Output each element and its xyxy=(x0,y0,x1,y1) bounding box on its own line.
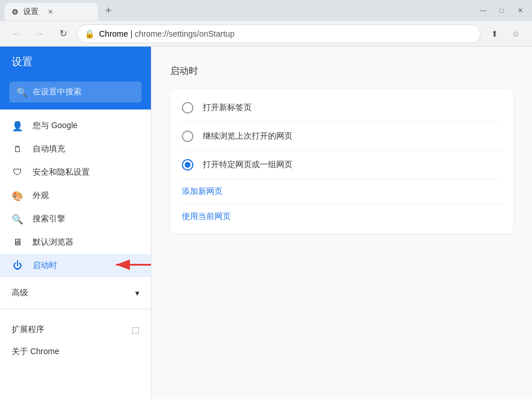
nav-bar: ← → ↻ 🔒 Chrome | chrome://settings/onSta… xyxy=(0,21,532,47)
use-current-link[interactable]: 使用当前网页 xyxy=(182,211,231,221)
external-link-icon: ⬚ xyxy=(132,325,139,334)
content-area: 设置 🔍 在设置中搜索 👤 您与 Google 🗒 自动填充 🛡 xyxy=(0,47,532,399)
radio-continue[interactable]: 继续浏览上次打开的网页 xyxy=(170,122,513,150)
sidebar-item-extensions[interactable]: 扩展程序 ⬚ xyxy=(0,319,151,341)
sidebar-item-startup-label: 启动时 xyxy=(33,260,57,271)
lock-icon: 🔒 xyxy=(84,29,94,38)
sidebar-item-appearance-label: 外观 xyxy=(33,190,49,201)
sidebar-item-autofill-label: 自动填充 xyxy=(33,144,65,154)
sidebar-header: 设置 xyxy=(0,47,151,77)
tab-favicon: ⚙ xyxy=(12,8,19,16)
address-path: chrome://settings/onStartup xyxy=(135,29,234,38)
sidebar-footer: 扩展程序 ⬚ 关于 Chrome xyxy=(0,314,151,368)
settings-content: 启动时 打开新标签页 继续浏览上次打开的网页 打开特定网页或一组网页 xyxy=(152,47,532,399)
title-bar: ⚙ 设置 ✕ + — □ ✕ xyxy=(0,0,532,21)
radio-new-tab[interactable]: 打开新标签页 xyxy=(170,94,513,122)
tab-close-button[interactable]: ✕ xyxy=(45,7,55,16)
sidebar-item-startup[interactable]: ⏻ 启动时 xyxy=(0,254,151,277)
radio-specific[interactable]: 打开特定网页或一组网页 xyxy=(170,151,513,179)
shield-icon: 🛡 xyxy=(12,167,23,178)
sidebar-divider-1 xyxy=(0,309,151,309)
sidebar-item-default-browser[interactable]: 🖥 默认浏览器 xyxy=(0,231,151,254)
radio-circle-specific xyxy=(182,159,193,171)
search-placeholder: 在设置中搜索 xyxy=(33,87,82,97)
sidebar-item-security-label: 安全和隐私设置 xyxy=(33,167,90,178)
advanced-label: 高级 xyxy=(12,288,28,298)
startup-options-card: 打开新标签页 继续浏览上次打开的网页 打开特定网页或一组网页 添加新网页 xyxy=(170,89,513,234)
radio-circle-new-tab xyxy=(182,102,193,114)
sidebar-item-google-label: 您与 Google xyxy=(33,121,77,131)
extensions-label: 扩展程序 xyxy=(12,324,44,335)
power-icon: ⏻ xyxy=(12,260,23,271)
add-page-link[interactable]: 添加新网页 xyxy=(182,186,223,196)
close-window-button[interactable]: ✕ xyxy=(513,3,527,17)
add-page-option[interactable]: 添加新网页 xyxy=(170,179,513,204)
chevron-down-icon: ▾ xyxy=(135,288,139,298)
red-arrow-annotation xyxy=(110,256,152,276)
magnifier-icon: 🔍 xyxy=(12,213,23,225)
maximize-button[interactable]: □ xyxy=(495,3,509,17)
browser-tab[interactable]: ⚙ 设置 ✕ xyxy=(5,3,98,20)
bookmark-button[interactable]: ☆ xyxy=(506,24,525,43)
radio-label-new-tab: 打开新标签页 xyxy=(203,103,252,113)
search-icon: 🔍 xyxy=(16,87,28,98)
title-bar-controls: — □ ✕ xyxy=(476,3,527,17)
sidebar-item-appearance[interactable]: 🎨 外观 xyxy=(0,184,151,207)
sidebar-item-google[interactable]: 👤 您与 Google xyxy=(0,114,151,137)
browser-icon: 🖥 xyxy=(12,236,23,248)
use-current-option[interactable]: 使用当前网页 xyxy=(170,204,513,229)
refresh-button[interactable]: ↻ xyxy=(54,24,72,43)
address-bar[interactable]: 🔒 Chrome | chrome://settings/onStartup xyxy=(77,24,481,43)
address-text: Chrome | chrome://settings/onStartup xyxy=(99,29,234,38)
sidebar-search-area: 🔍 在设置中搜索 xyxy=(0,77,151,110)
sidebar-item-security[interactable]: 🛡 安全和隐私设置 xyxy=(0,161,151,184)
sidebar-item-search-label: 搜索引擎 xyxy=(33,214,65,224)
back-button[interactable]: ← xyxy=(7,24,26,43)
sidebar-item-autofill[interactable]: 🗒 自动填充 xyxy=(0,137,151,161)
tab-title: 设置 xyxy=(23,6,38,17)
person-icon: 👤 xyxy=(12,120,23,132)
browser-frame: ⚙ 设置 ✕ + — □ ✕ ← → ↻ 🔒 Chrome | chrome:/… xyxy=(0,0,532,399)
sidebar-advanced[interactable]: 高级 ▾ xyxy=(0,282,151,304)
autofill-icon: 🗒 xyxy=(12,143,23,155)
settings-section-title: 启动时 xyxy=(170,65,513,77)
sidebar-nav: 👤 您与 Google 🗒 自动填充 🛡 安全和隐私设置 🎨 外观 🔍 xyxy=(0,110,151,282)
palette-icon: 🎨 xyxy=(12,190,23,202)
radio-label-continue: 继续浏览上次打开的网页 xyxy=(203,131,293,142)
address-separator: | xyxy=(128,29,135,38)
nav-right-buttons: ⬆ ☆ xyxy=(485,24,525,43)
address-domain: Chrome xyxy=(99,29,128,38)
sidebar-item-browser-label: 默认浏览器 xyxy=(33,237,73,248)
about-label: 关于 Chrome xyxy=(12,347,59,357)
search-box[interactable]: 🔍 在设置中搜索 xyxy=(9,82,142,103)
minimize-button[interactable]: — xyxy=(476,3,490,17)
sidebar-title: 设置 xyxy=(12,55,33,69)
sidebar: 设置 🔍 在设置中搜索 👤 您与 Google 🗒 自动填充 🛡 xyxy=(0,47,152,399)
sidebar-item-about[interactable]: 关于 Chrome xyxy=(0,341,151,363)
radio-circle-continue xyxy=(182,130,193,142)
radio-label-specific: 打开特定网页或一组网页 xyxy=(203,160,293,170)
new-tab-button[interactable]: + xyxy=(100,2,117,19)
share-button[interactable]: ⬆ xyxy=(485,24,504,43)
sidebar-item-search[interactable]: 🔍 搜索引擎 xyxy=(0,207,151,231)
forward-button[interactable]: → xyxy=(30,24,49,43)
